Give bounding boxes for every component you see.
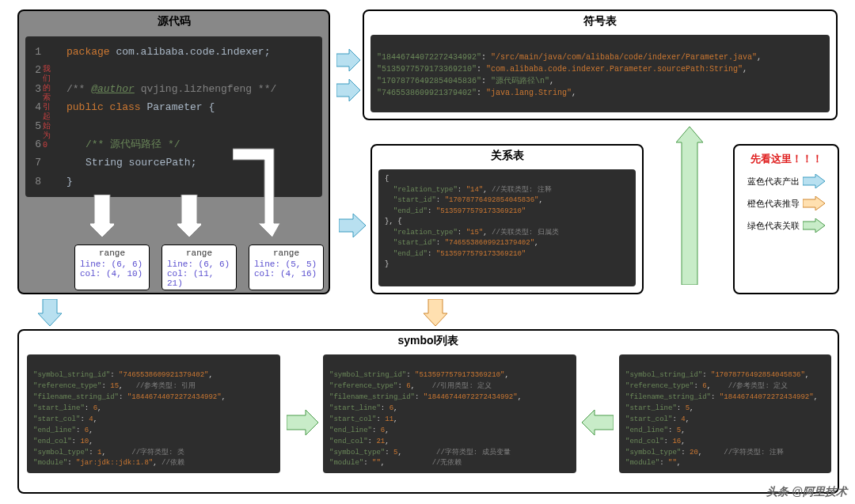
- symbol-table-panel: 符号表 "18446744072272434992": "/src/main/j…: [363, 9, 838, 120]
- arrow-right-blue-icon: [803, 174, 825, 188]
- relation-code: { "relation_type": "14", //关联类型: 注释 "sta…: [378, 169, 636, 286]
- arrow-right-orange-icon: [803, 196, 825, 210]
- arrow-right-blue-icon: [336, 49, 360, 71]
- legend-blue: 蓝色代表产出: [738, 174, 834, 188]
- symbol-card-3: "symbol_string_id": "1707877649285404583…: [619, 354, 831, 473]
- symbol-card-2: "symbol_string_id": "5135977579173369210…: [323, 354, 576, 473]
- symbol-table-title: 符号表: [364, 11, 836, 32]
- legend-panel: 先看这里！！！ 蓝色代表产出 橙色代表推导 绿色代表关联: [733, 144, 839, 294]
- line-gutter: 1234 5678 我们的 索引起 始为0: [25, 36, 44, 197]
- arrow-up-green-icon: [676, 127, 703, 285]
- arrow-left-green-icon: [582, 410, 614, 435]
- arrow-bent-icon: [233, 142, 288, 237]
- gutter-annotation: 我们的 索引起 始为0: [43, 65, 51, 150]
- arrow-down-icon: [177, 195, 201, 237]
- relation-title: 关系表: [372, 146, 642, 166]
- symbol-list-panel: symbol列表 "symbol_string_id": "7465538609…: [17, 329, 839, 494]
- arrow-down-orange-icon: [424, 299, 447, 326]
- arrow-down-icon: [90, 195, 114, 237]
- range-box-2: range line: (6, 6)col: (11, 21): [162, 244, 237, 290]
- range-box-1: range line: (6, 6)col: (4, 10): [74, 244, 150, 290]
- arrow-right-blue-icon: [336, 79, 360, 101]
- watermark: 头条 @阿里技术: [766, 485, 847, 499]
- arrow-down-blue-icon: [38, 299, 62, 326]
- legend-orange: 橙色代表推导: [738, 196, 834, 210]
- relation-panel: 关系表 { "relation_type": "14", //关联类型: 注释 …: [370, 144, 644, 294]
- symbol-card-1: "symbol_string_id": "7465538609921379402…: [27, 354, 280, 473]
- source-title: 源代码: [19, 11, 329, 32]
- symbol-list-title: symbol列表: [19, 331, 838, 351]
- arrow-right-blue-icon: [339, 214, 366, 237]
- source-code-panel: 源代码 1234 5678 我们的 索引起 始为0 package com.al…: [17, 9, 330, 294]
- arrow-right-green-icon: [803, 218, 825, 233]
- range-box-3: range line: (5, 5)col: (4, 16): [249, 244, 324, 290]
- symbol-table-code: "18446744072272434992": "/src/main/java/…: [370, 35, 830, 112]
- arrow-right-green-icon: [287, 410, 318, 435]
- legend-green: 绿色代表关联: [738, 218, 834, 233]
- legend-title: 先看这里！！！: [738, 152, 834, 166]
